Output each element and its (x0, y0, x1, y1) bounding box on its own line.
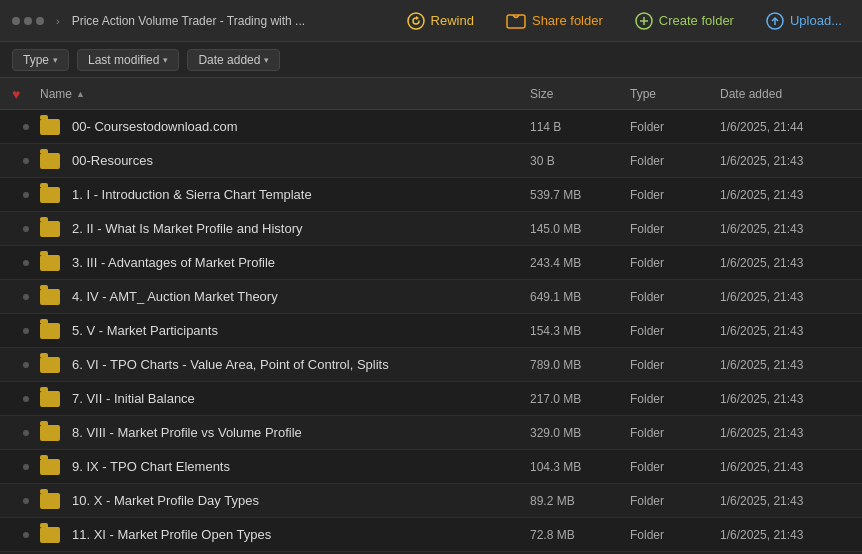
row-fav (12, 498, 40, 504)
row-name-cell: 11. XI - Market Profile Open Types (40, 527, 530, 543)
row-type: Folder (630, 426, 720, 440)
row-fav (12, 294, 40, 300)
fav-dot (23, 362, 29, 368)
row-name: 7. VII - Initial Balance (72, 391, 530, 406)
table-row[interactable]: 9. IX - TPO Chart Elements 104.3 MB Fold… (0, 450, 862, 484)
rewind-button[interactable]: Rewind (399, 8, 482, 34)
table-row[interactable]: 8. VIII - Market Profile vs Volume Profi… (0, 416, 862, 450)
fav-dot (23, 532, 29, 538)
row-name: 6. VI - TPO Charts - Value Area, Point o… (72, 357, 530, 372)
table-row[interactable]: 11. XI - Market Profile Open Types 72.8 … (0, 518, 862, 552)
row-fav (12, 430, 40, 436)
row-type: Folder (630, 460, 720, 474)
date-added-chevron: ▾ (264, 55, 269, 65)
folder-icon (40, 221, 60, 237)
folder-icon (40, 119, 60, 135)
row-name: 10. X - Market Profile Day Types (72, 493, 530, 508)
fav-dot (23, 430, 29, 436)
filter-bar: Type ▾ Last modified ▾ Date added ▾ (0, 42, 862, 78)
fav-dot (23, 396, 29, 402)
row-name-cell: 9. IX - TPO Chart Elements (40, 459, 530, 475)
last-modified-filter-button[interactable]: Last modified ▾ (77, 49, 179, 71)
rewind-label: Rewind (431, 13, 474, 28)
row-name-cell: 3. III - Advantages of Market Profile (40, 255, 530, 271)
header-date[interactable]: Date added (720, 87, 850, 101)
folder-icon (40, 187, 60, 203)
row-date: 1/6/2025, 21:44 (720, 120, 850, 134)
row-fav (12, 192, 40, 198)
fav-dot (23, 260, 29, 266)
table-row[interactable]: 7. VII - Initial Balance 217.0 MB Folder… (0, 382, 862, 416)
date-added-filter-button[interactable]: Date added ▾ (187, 49, 280, 71)
row-name: 8. VIII - Market Profile vs Volume Profi… (72, 425, 530, 440)
row-size: 217.0 MB (530, 392, 630, 406)
svg-marker-1 (416, 16, 419, 20)
file-list: 00- Coursestodownload.com 114 B Folder 1… (0, 110, 862, 554)
row-name-cell: 4. IV - AMT_ Auction Market Theory (40, 289, 530, 305)
fav-dot (23, 328, 29, 334)
row-fav (12, 396, 40, 402)
row-name: 00- Coursestodownload.com (72, 119, 530, 134)
header-type-label: Type (630, 87, 656, 101)
row-type: Folder (630, 154, 720, 168)
fav-dot (23, 124, 29, 130)
folder-icon (40, 357, 60, 373)
row-name-cell: 00-Resources (40, 153, 530, 169)
table-row[interactable]: 6. VI - TPO Charts - Value Area, Point o… (0, 348, 862, 382)
create-folder-button[interactable]: Create folder (627, 8, 742, 34)
row-name-cell: 6. VI - TPO Charts - Value Area, Point o… (40, 357, 530, 373)
header-size[interactable]: Size (530, 87, 630, 101)
row-date: 1/6/2025, 21:43 (720, 188, 850, 202)
row-type: Folder (630, 324, 720, 338)
row-date: 1/6/2025, 21:43 (720, 324, 850, 338)
row-name-cell: 00- Coursestodownload.com (40, 119, 530, 135)
row-date: 1/6/2025, 21:43 (720, 460, 850, 474)
row-type: Folder (630, 256, 720, 270)
upload-button[interactable]: Upload... (758, 8, 850, 34)
last-modified-filter-label: Last modified (88, 53, 159, 67)
header-size-label: Size (530, 87, 553, 101)
table-row[interactable]: 00- Coursestodownload.com 114 B Folder 1… (0, 110, 862, 144)
table-row[interactable]: 2. II - What Is Market Profile and Histo… (0, 212, 862, 246)
svg-point-0 (408, 13, 424, 29)
row-name-cell: 7. VII - Initial Balance (40, 391, 530, 407)
row-name-cell: 5. V - Market Participants (40, 323, 530, 339)
share-folder-button[interactable]: Share folder (498, 9, 611, 33)
row-fav (12, 226, 40, 232)
row-type: Folder (630, 528, 720, 542)
folder-icon (40, 289, 60, 305)
upload-icon (766, 12, 784, 30)
header-name[interactable]: Name ▲ (40, 87, 530, 101)
row-size: 329.0 MB (530, 426, 630, 440)
row-fav (12, 362, 40, 368)
folder-icon (40, 391, 60, 407)
table-row[interactable]: 1. I - Introduction & Sierra Chart Templ… (0, 178, 862, 212)
row-name: 11. XI - Market Profile Open Types (72, 527, 530, 542)
row-type: Folder (630, 290, 720, 304)
date-added-filter-label: Date added (198, 53, 260, 67)
fav-dot (23, 192, 29, 198)
row-size: 789.0 MB (530, 358, 630, 372)
table-row[interactable]: 5. V - Market Participants 154.3 MB Fold… (0, 314, 862, 348)
row-date: 1/6/2025, 21:43 (720, 290, 850, 304)
header-fav: ♥ (12, 86, 40, 102)
row-date: 1/6/2025, 21:43 (720, 528, 850, 542)
table-row[interactable]: 3. III - Advantages of Market Profile 24… (0, 246, 862, 280)
row-size: 243.4 MB (530, 256, 630, 270)
row-fav (12, 328, 40, 334)
rewind-icon (407, 12, 425, 30)
create-icon (635, 12, 653, 30)
row-name-cell: 10. X - Market Profile Day Types (40, 493, 530, 509)
breadcrumb-chevron: › (56, 15, 60, 27)
dot-3 (36, 17, 44, 25)
header-type[interactable]: Type (630, 87, 720, 101)
fav-dot (23, 226, 29, 232)
table-row[interactable]: 10. X - Market Profile Day Types 89.2 MB… (0, 484, 862, 518)
top-bar: › Price Action Volume Trader - Trading w… (0, 0, 862, 42)
table-row[interactable]: 00-Resources 30 B Folder 1/6/2025, 21:43 (0, 144, 862, 178)
table-row[interactable]: 4. IV - AMT_ Auction Market Theory 649.1… (0, 280, 862, 314)
row-fav (12, 158, 40, 164)
type-filter-button[interactable]: Type ▾ (12, 49, 69, 71)
upload-label: Upload... (790, 13, 842, 28)
row-date: 1/6/2025, 21:43 (720, 256, 850, 270)
